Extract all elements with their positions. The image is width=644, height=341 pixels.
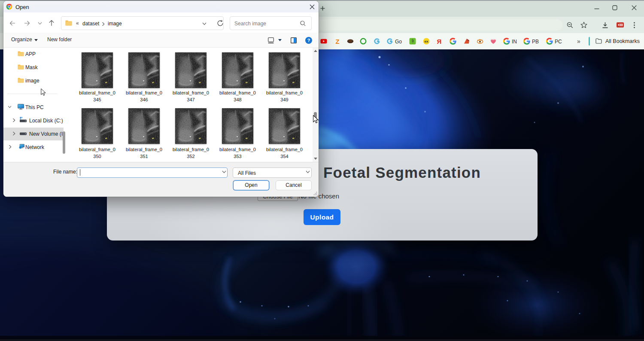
svg-text:ex: ex xyxy=(425,40,428,43)
svg-text:?: ? xyxy=(307,38,310,43)
